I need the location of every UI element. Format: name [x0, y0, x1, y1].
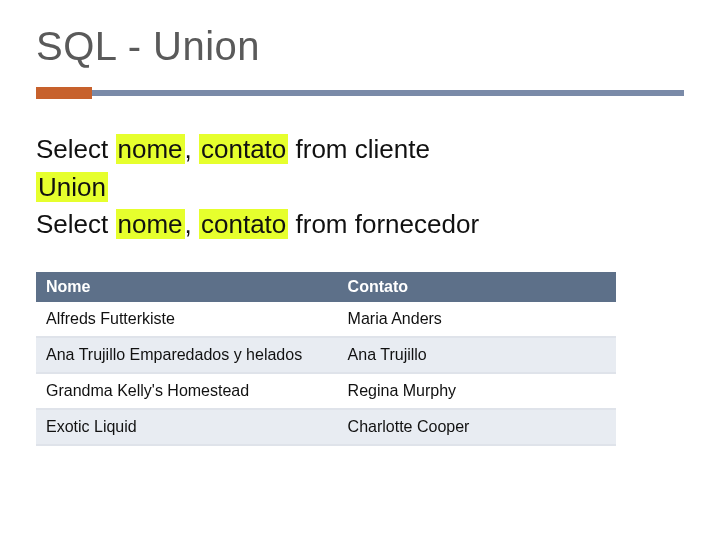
sql-text: Select [36, 209, 116, 239]
title-rule [36, 87, 684, 99]
sql-text: from cliente [288, 134, 430, 164]
sql-text: , [185, 209, 199, 239]
sql-block: Select nome, contato from cliente Union … [36, 131, 684, 244]
table-cell: Grandma Kelly's Homestead [36, 373, 338, 409]
sql-highlight: nome [116, 134, 185, 164]
table-cell: Regina Murphy [338, 373, 616, 409]
sql-highlight: nome [116, 209, 185, 239]
sql-text: from fornecedor [288, 209, 479, 239]
sql-text: , [185, 134, 199, 164]
sql-line-1: Select nome, contato from cliente [36, 131, 684, 169]
table-cell: Alfreds Futterkiste [36, 302, 338, 337]
table-header-nome: Nome [36, 272, 338, 302]
rule-bar [36, 90, 684, 96]
sql-line-3: Select nome, contato from fornecedor [36, 206, 684, 244]
table-cell: Maria Anders [338, 302, 616, 337]
table-cell: Charlotte Cooper [338, 409, 616, 445]
slide: SQL - Union Select nome, contato from cl… [0, 0, 720, 540]
result-table: Nome Contato Alfreds Futterkiste Maria A… [36, 272, 616, 446]
table-cell: Exotic Liquid [36, 409, 338, 445]
table-row: Ana Trujillo Emparedados y helados Ana T… [36, 337, 616, 373]
rule-accent [36, 87, 92, 99]
sql-highlight: contato [199, 209, 288, 239]
sql-text: Select [36, 134, 116, 164]
sql-line-2: Union [36, 169, 684, 207]
table-header-row: Nome Contato [36, 272, 616, 302]
slide-title: SQL - Union [36, 24, 684, 69]
table-row: Exotic Liquid Charlotte Cooper [36, 409, 616, 445]
table-cell: Ana Trujillo [338, 337, 616, 373]
table-row: Alfreds Futterkiste Maria Anders [36, 302, 616, 337]
sql-highlight: Union [36, 172, 108, 202]
table-header-contato: Contato [338, 272, 616, 302]
sql-highlight: contato [199, 134, 288, 164]
table-row: Grandma Kelly's Homestead Regina Murphy [36, 373, 616, 409]
table-cell: Ana Trujillo Emparedados y helados [36, 337, 338, 373]
